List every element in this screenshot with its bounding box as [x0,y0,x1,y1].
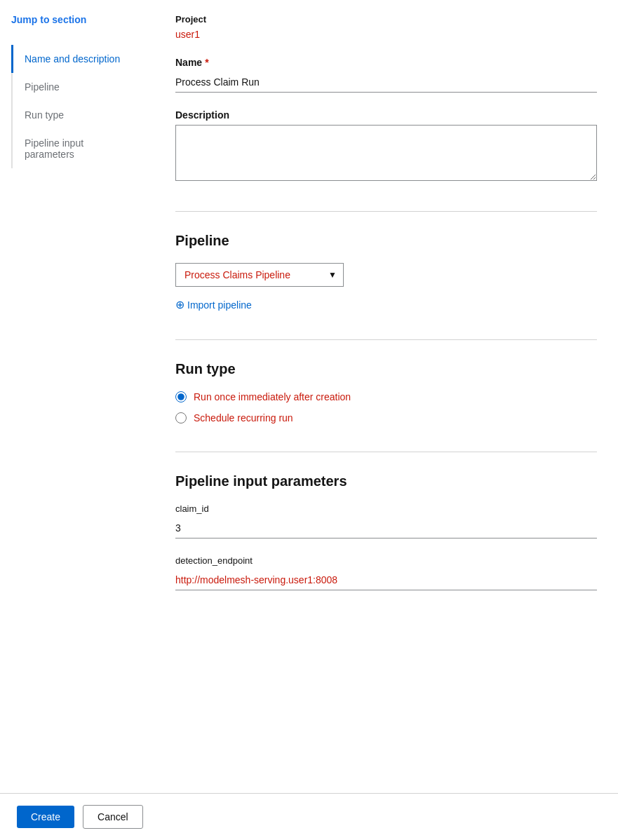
jump-to-section-title: Jump to section [11,14,143,31]
description-input[interactable] [175,125,597,181]
sidebar: Jump to section Name and description Pip… [0,14,154,793]
footer: Create Cancel [0,793,618,840]
plus-circle-icon: ⊕ [175,298,184,311]
divider-3 [175,452,597,452]
radio-run-once-label: Run once immediately after creation [194,391,351,402]
import-pipeline-label: Import pipeline [187,299,252,311]
radio-run-once-input[interactable] [175,391,187,402]
pipeline-input-params-title: Pipeline input parameters [175,473,597,489]
project-value: user1 [175,29,597,40]
param-claim-id-group: claim_id [175,503,597,538]
pipeline-dropdown-wrapper: Process Claims Pipeline ▼ [175,263,344,287]
create-button[interactable]: Create [17,806,74,828]
radio-schedule[interactable]: Schedule recurring run [175,412,597,424]
required-indicator: * [205,57,208,68]
radio-run-once[interactable]: Run once immediately after creation [175,391,597,402]
import-pipeline-link[interactable]: ⊕ Import pipeline [175,298,597,311]
sidebar-nav: Name and description Pipeline Run type P… [11,45,143,168]
description-field-label: Description [175,109,597,121]
param-detection-endpoint-label: detection_endpoint [175,555,597,566]
project-group: Project user1 [175,14,597,40]
pipeline-section-title: Pipeline [175,233,597,249]
param-claim-id-input[interactable] [175,518,597,538]
name-field-group: Name * [175,57,597,93]
name-field-label: Name * [175,57,597,68]
run-type-section: Run type Run once immediately after crea… [175,361,597,424]
param-claim-id-label: claim_id [175,503,597,514]
name-input[interactable] [175,72,597,93]
divider-2 [175,339,597,340]
sidebar-item-name-description[interactable]: Name and description [11,45,143,73]
main-content: Project user1 Name * Description Pipelin… [154,14,618,793]
pipeline-select[interactable]: Process Claims Pipeline [175,263,344,287]
run-type-section-title: Run type [175,361,597,377]
radio-schedule-label: Schedule recurring run [194,412,293,424]
param-detection-endpoint-group: detection_endpoint [175,555,597,590]
radio-schedule-input[interactable] [175,412,187,424]
name-description-section: Name * Description [175,57,597,183]
sidebar-item-pipeline-input-parameters[interactable]: Pipeline input parameters [11,129,143,168]
project-label: Project [175,14,597,25]
sidebar-item-run-type[interactable]: Run type [11,101,143,129]
cancel-button[interactable]: Cancel [83,805,143,829]
run-type-radio-group: Run once immediately after creation Sche… [175,391,597,424]
param-detection-endpoint-input[interactable] [175,570,597,590]
pipeline-input-params-section: Pipeline input parameters claim_id detec… [175,473,597,590]
description-field-group: Description [175,109,597,183]
divider-1 [175,211,597,212]
pipeline-section: Pipeline Process Claims Pipeline ▼ ⊕ Imp… [175,233,597,311]
sidebar-item-pipeline[interactable]: Pipeline [11,73,143,101]
